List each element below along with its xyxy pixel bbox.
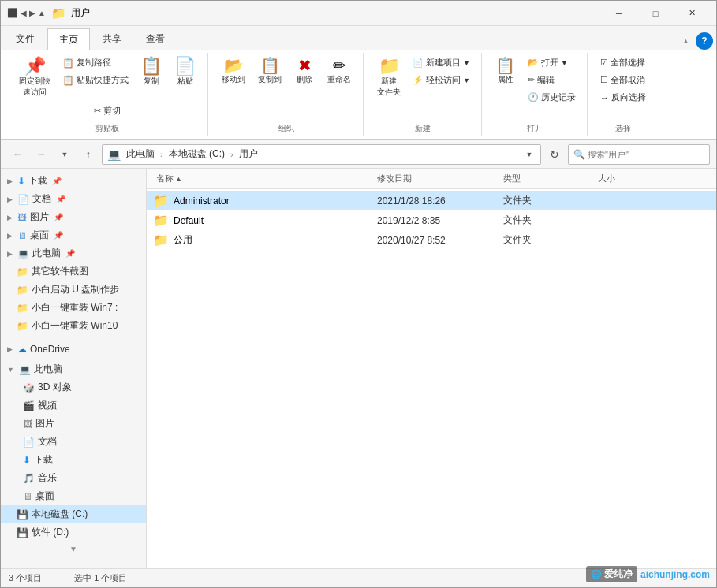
sidebar-item-thispc[interactable]: ▶ 💻 此电脑 📌 bbox=[1, 244, 146, 262]
sidebar-item-win7[interactable]: 📁 小白一键重装 Win7 : bbox=[1, 299, 146, 317]
sidebar-item-thispc-main[interactable]: ▼ 💻 此电脑 bbox=[1, 360, 146, 378]
sidebar-item-documents[interactable]: ▶ 📄 文档 📌 bbox=[1, 190, 146, 208]
copy-button[interactable]: 📋 复制 bbox=[135, 54, 167, 90]
sidebar-item-win10[interactable]: 📁 小白一键重装 Win10 bbox=[1, 317, 146, 335]
easy-access-button[interactable]: ⚡ 轻松访问 ▼ bbox=[408, 72, 475, 88]
sidebar-item-music[interactable]: 🎵 音乐 bbox=[1, 469, 146, 487]
tab-file[interactable]: 文件 bbox=[4, 28, 47, 50]
file-name-public: 公用 bbox=[174, 233, 377, 247]
col-header-size[interactable]: 大小 bbox=[595, 173, 658, 184]
sidebar-item-drive-c[interactable]: 💾 本地磁盘 (C:) bbox=[1, 505, 146, 523]
invert-select-button[interactable]: ↔ 反向选择 bbox=[596, 89, 651, 106]
file-row-default[interactable]: 📁 Default 2019/12/2 8:35 文件夹 bbox=[147, 210, 716, 230]
watermark-icon: 🌐 bbox=[591, 569, 602, 579]
search-input[interactable] bbox=[588, 150, 704, 159]
easy-access-icon: ⚡ bbox=[413, 75, 424, 85]
sidebar-item-downloads2[interactable]: ⬇ 下载 bbox=[1, 451, 146, 469]
thispc-main-icon: 💻 bbox=[19, 364, 31, 375]
minimize-button[interactable]: ─ bbox=[601, 1, 637, 26]
back-button[interactable]: ← bbox=[7, 144, 28, 165]
move-to-button[interactable]: 📂 移动到 bbox=[216, 54, 251, 88]
help-button[interactable]: ? bbox=[696, 32, 713, 50]
col-header-name[interactable]: 名称 ▲ bbox=[153, 173, 374, 184]
forward-button[interactable]: → bbox=[31, 144, 51, 165]
history-button[interactable]: 🕐 历史记录 bbox=[523, 89, 581, 106]
search-icon: 🔍 bbox=[573, 149, 585, 160]
folder-icon-default: 📁 bbox=[153, 213, 169, 228]
tab-home[interactable]: 主页 bbox=[47, 28, 90, 50]
address-dropdown-icon[interactable]: ▼ bbox=[523, 148, 536, 161]
file-type-public: 文件夹 bbox=[503, 233, 598, 247]
sidebar-item-desktop2[interactable]: 🖥 桌面 bbox=[1, 487, 146, 505]
col-header-type[interactable]: 类型 bbox=[500, 173, 595, 184]
sidebar-item-pictures2[interactable]: 🖼 图片 bbox=[1, 415, 146, 433]
sidebar-item-3d[interactable]: 🎲 3D 对象 bbox=[1, 378, 146, 396]
sidebar-scroll-down: ▼ bbox=[1, 541, 146, 556]
file-list-header: 名称 ▲ 修改日期 类型 大小 bbox=[147, 169, 716, 189]
sidebar-item-downloads[interactable]: ▶ ⬇ 下载 📌 bbox=[1, 172, 146, 190]
window-title: 用户 bbox=[71, 6, 90, 20]
computer-icon: 💻 bbox=[107, 148, 121, 161]
watermark-box: 🌐 爱纯净 bbox=[586, 566, 637, 582]
sidebar-item-screenshots[interactable]: 📁 其它软件截图 bbox=[1, 262, 146, 281]
sidebar: ▶ ⬇ 下载 📌 ▶ 📄 文档 📌 ▶ 🖼 图片 📌 ▶ 🖥 桌面 bbox=[1, 169, 147, 568]
address-segment-drive[interactable]: 本地磁盘 (C:) bbox=[166, 147, 227, 162]
properties-button[interactable]: 📋 属性 bbox=[490, 54, 521, 88]
watermark-site-text: aichunjing.com bbox=[640, 569, 710, 580]
open-button[interactable]: 📂 打开 ▼ bbox=[523, 54, 581, 71]
sidebar-item-docs2[interactable]: 📄 文档 bbox=[1, 433, 146, 451]
col-header-date[interactable]: 修改日期 bbox=[374, 173, 500, 184]
pin-quick-access-button[interactable]: 📌 固定到快速访问 bbox=[13, 54, 56, 101]
sidebar-item-onedrive[interactable]: ▶ ☁ OneDrive bbox=[1, 341, 146, 357]
sidebar-item-pictures[interactable]: ▶ 🖼 图片 📌 bbox=[1, 208, 146, 226]
cut-button[interactable]: ✂ 剪切 bbox=[89, 102, 125, 119]
ribbon-collapse-btn[interactable]: ▲ bbox=[679, 34, 693, 48]
paste-button[interactable]: 📄 粘贴 bbox=[169, 54, 201, 90]
thispc-icon: 💻 bbox=[17, 248, 29, 259]
nav-back-title-icon: ◀ bbox=[21, 9, 27, 17]
sidebar-item-drive-d[interactable]: 💾 软件 (D:) bbox=[1, 523, 146, 541]
new-folder-button[interactable]: 📁 新建文件夹 bbox=[372, 54, 406, 101]
select-label: 选择 bbox=[615, 121, 631, 134]
sidebar-item-udisk[interactable]: 📁 小白启动 U 盘制作步 bbox=[1, 281, 146, 299]
maximize-button[interactable]: □ bbox=[637, 1, 674, 26]
address-segment-current[interactable]: 用户 bbox=[237, 147, 260, 162]
delete-button[interactable]: ✖ 删除 bbox=[289, 54, 320, 88]
ribbon-group-select: ☑ 全部选择 ☐ 全部取消 ↔ 反向选择 选择 bbox=[589, 53, 657, 136]
paste-shortcut-icon: 📋 bbox=[62, 75, 74, 86]
invert-select-icon: ↔ bbox=[600, 93, 609, 102]
edit-button[interactable]: ✏ 编辑 bbox=[523, 72, 581, 88]
address-segment-computer[interactable]: 此电脑 bbox=[124, 147, 157, 162]
pin-icon: 📌 bbox=[24, 58, 46, 75]
new-buttons: 📁 新建文件夹 📄 新建项目 ▼ ⚡ 轻松访问 ▼ bbox=[372, 54, 475, 119]
sidebar-item-desktop[interactable]: ▶ 🖥 桌面 📌 bbox=[1, 226, 146, 244]
select-none-button[interactable]: ☐ 全部取消 bbox=[596, 72, 651, 88]
search-box[interactable]: 🔍 bbox=[568, 144, 710, 165]
download-icon: ⬇ bbox=[17, 176, 25, 187]
paste-shortcut-button[interactable]: 📋 粘贴快捷方式 bbox=[58, 72, 133, 88]
copy-to-button[interactable]: 📋 复制到 bbox=[252, 54, 287, 88]
folder-icon-administrator: 📁 bbox=[153, 193, 169, 208]
close-button[interactable]: ✕ bbox=[674, 1, 710, 26]
file-row-public[interactable]: 📁 公用 2020/10/27 8:52 文件夹 bbox=[147, 230, 716, 250]
new-item-button[interactable]: 📄 新建项目 ▼ bbox=[408, 54, 475, 71]
move-icon: 📂 bbox=[224, 58, 244, 73]
file-row-administrator[interactable]: 📁 Administrator 2021/1/28 18:26 文件夹 bbox=[147, 191, 716, 210]
rename-icon: ✏ bbox=[333, 58, 346, 73]
3d-icon: 🎲 bbox=[23, 382, 35, 393]
copy-path-button[interactable]: 📋 复制路径 bbox=[58, 54, 133, 71]
recent-locations-button[interactable]: ▼ bbox=[54, 144, 75, 165]
tab-share[interactable]: 共享 bbox=[91, 28, 133, 50]
new-item-icon: 📄 bbox=[413, 58, 424, 68]
sidebar-item-video[interactable]: 🎬 视频 bbox=[1, 396, 146, 415]
up-button[interactable]: ↑ bbox=[78, 144, 99, 165]
file-area: 名称 ▲ 修改日期 类型 大小 📁 Administrator 20 bbox=[147, 169, 716, 568]
file-name-default: Default bbox=[174, 215, 377, 226]
select-all-button[interactable]: ☑ 全部选择 bbox=[596, 54, 651, 71]
file-type-default: 文件夹 bbox=[503, 214, 598, 227]
refresh-button[interactable]: ↻ bbox=[544, 144, 565, 165]
address-bar[interactable]: 💻 此电脑 › 本地磁盘 (C:) › 用户 ▼ bbox=[102, 144, 541, 165]
main-area: ▶ ⬇ 下载 📌 ▶ 📄 文档 📌 ▶ 🖼 图片 📌 ▶ 🖥 桌面 bbox=[1, 169, 716, 568]
tab-view[interactable]: 查看 bbox=[134, 28, 177, 50]
rename-button[interactable]: ✏ 重命名 bbox=[322, 54, 357, 88]
